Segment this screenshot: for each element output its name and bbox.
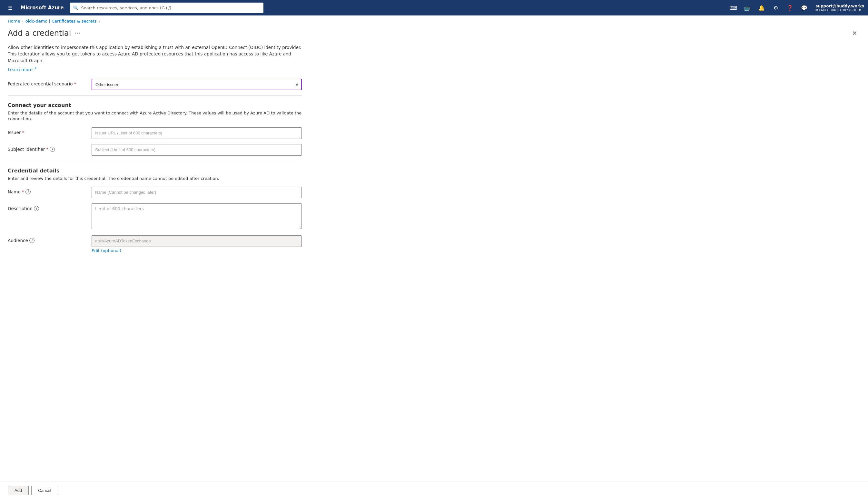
search-bar[interactable]: 🔍 Search resources, services, and docs (… xyxy=(70,3,263,13)
description-info-icon[interactable]: i xyxy=(34,206,39,211)
connect-section-desc: Enter the details of the account that yo… xyxy=(8,110,302,122)
audience-row: Audience i Edit (optional) xyxy=(8,235,302,253)
user-info[interactable]: support@buddy.works DEFAULT DIRECTORY (B… xyxy=(815,4,864,12)
credential-section-desc: Enter and review the details for this cr… xyxy=(8,176,302,182)
azure-logo: Microsoft Azure xyxy=(21,5,63,11)
description-control xyxy=(92,203,302,230)
scenario-row: Federated credential scenario * Other is… xyxy=(8,78,302,90)
hamburger-icon: ☰ xyxy=(8,5,13,11)
user-dir: DEFAULT DIRECTORY (BUDDY... xyxy=(815,8,864,12)
audience-label: Audience i xyxy=(8,235,92,243)
description-textarea[interactable] xyxy=(92,203,302,229)
section-divider-1 xyxy=(8,95,302,96)
breadcrumb-sep-2: › xyxy=(99,19,100,23)
credential-section: Credential details Enter and review the … xyxy=(8,168,302,253)
name-required: * xyxy=(22,189,24,194)
subject-input[interactable] xyxy=(92,144,302,156)
breadcrumb-page[interactable]: oidc-demo | Certificates & secrets xyxy=(25,19,97,24)
name-label: Name * i xyxy=(8,187,92,194)
name-control xyxy=(92,187,302,198)
notifications-icon[interactable]: 🔔 xyxy=(755,1,768,14)
search-placeholder: Search resources, services, and docs (G+… xyxy=(81,5,171,10)
main-content: Allow other identities to impersonate th… xyxy=(0,44,310,266)
issuer-row: Issuer * xyxy=(8,127,302,139)
audience-input xyxy=(92,235,302,247)
description-row: Description i xyxy=(8,203,302,230)
subject-info-icon[interactable]: i xyxy=(50,147,55,152)
audience-info-icon[interactable]: i xyxy=(29,238,35,243)
breadcrumb-home[interactable]: Home xyxy=(8,19,20,24)
issuer-label: Issuer * xyxy=(8,127,92,135)
breadcrumb-sep-1: › xyxy=(22,19,23,23)
edit-optional-link[interactable]: Edit (optional) xyxy=(92,248,302,253)
connect-section-title: Connect your account xyxy=(8,102,302,108)
audience-control: Edit (optional) xyxy=(92,235,302,253)
cloud-shell-icon[interactable]: ⌨ xyxy=(727,1,740,14)
feedback-icon[interactable]: 💬 xyxy=(798,1,811,14)
hamburger-menu[interactable]: ☰ xyxy=(4,1,17,14)
breadcrumb: Home › oidc-demo | Certificates & secret… xyxy=(0,15,868,25)
scenario-control: Other issuer ∨ xyxy=(92,78,302,90)
intro-text: Allow other identities to impersonate th… xyxy=(8,44,302,64)
scenario-required: * xyxy=(74,81,76,86)
name-info-icon[interactable]: i xyxy=(25,189,31,194)
subject-label: Subject identifier * i xyxy=(8,144,92,152)
scenario-select[interactable]: Other issuer xyxy=(92,78,302,90)
help-icon[interactable]: ❓ xyxy=(784,1,796,14)
close-button[interactable]: ✕ xyxy=(849,27,860,39)
directory-icon[interactable]: 📺 xyxy=(741,1,754,14)
connect-section: Connect your account Enter the details o… xyxy=(8,102,302,155)
search-icon: 🔍 xyxy=(73,5,79,10)
name-row: Name * i xyxy=(8,187,302,198)
section-divider-2 xyxy=(8,161,302,161)
issuer-required: * xyxy=(22,130,24,135)
external-link-icon: ↗ xyxy=(33,66,37,71)
description-label: Description i xyxy=(8,203,92,211)
top-nav: ☰ Microsoft Azure 🔍 Search resources, se… xyxy=(0,0,868,15)
issuer-input[interactable] xyxy=(92,127,302,139)
subject-required: * xyxy=(46,147,48,152)
name-input[interactable] xyxy=(92,187,302,198)
subject-control xyxy=(92,144,302,156)
scenario-label: Federated credential scenario * xyxy=(8,78,92,86)
settings-icon[interactable]: ⚙ xyxy=(769,1,782,14)
nav-icons: ⌨ 📺 🔔 ⚙ ❓ 💬 support@buddy.works DEFAULT … xyxy=(727,1,864,14)
issuer-control xyxy=(92,127,302,139)
learn-more-link[interactable]: Learn more ↗ xyxy=(8,67,37,72)
page-title: Add a credential xyxy=(8,29,71,38)
subject-row: Subject identifier * i xyxy=(8,144,302,156)
user-name: support@buddy.works xyxy=(816,4,864,8)
page-header: Add a credential ··· ✕ xyxy=(0,25,868,44)
credential-section-title: Credential details xyxy=(8,168,302,174)
more-options-icon[interactable]: ··· xyxy=(74,29,80,37)
